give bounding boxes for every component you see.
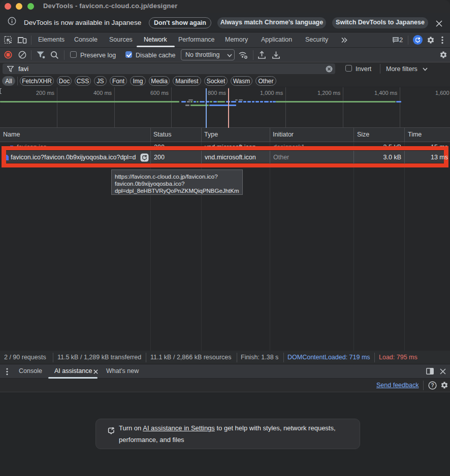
svg-text:?: ? [431, 383, 434, 388]
